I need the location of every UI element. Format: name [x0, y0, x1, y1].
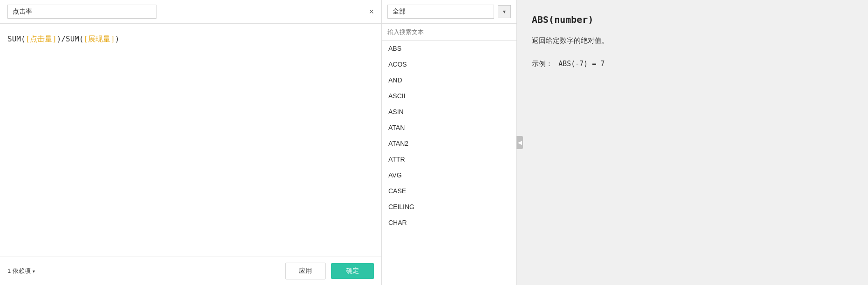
dependency-link[interactable]: 1 依赖项 ▾ [7, 267, 35, 275]
function-item-acos[interactable]: ACOS [382, 56, 516, 72]
function-item-avg[interactable]: AVG [382, 167, 516, 183]
formula-bottom-bar: 1 依赖项 ▾ 应用 确定 [0, 257, 381, 285]
category-input[interactable] [387, 5, 494, 19]
function-item-attr[interactable]: ATTR [382, 151, 516, 167]
chevron-down-icon: ▾ [503, 8, 506, 15]
sum-close-2: ) [115, 34, 120, 43]
category-dropdown-arrow[interactable]: ▾ [498, 5, 511, 18]
formula-title-bar: × [0, 0, 381, 24]
function-item-char[interactable]: CHAR [382, 215, 516, 231]
example-code: ABS(-7) = 7 [558, 60, 604, 68]
function-description: 返回给定数字的绝对值。 [532, 34, 853, 47]
chevron-down-icon: ▾ [33, 269, 35, 274]
sum-open-1: SUM( [7, 34, 26, 43]
function-description-panel: ABS(number) 返回给定数字的绝对值。 示例： ABS(-7) = 7 [517, 0, 868, 285]
function-item-atan[interactable]: ATAN [382, 120, 516, 136]
example-label: 示例： [532, 60, 553, 68]
function-signature: ABS(number) [532, 14, 853, 25]
function-item-ceiling[interactable]: CEILING [382, 199, 516, 215]
function-item-abs[interactable]: ABS [382, 41, 516, 56]
confirm-button[interactable]: 确定 [331, 263, 374, 279]
formula-display: SUM([点击量])/SUM([展现量]) [7, 34, 120, 43]
function-item-asin[interactable]: ASIN [382, 104, 516, 120]
field-clicks: [点击量] [26, 34, 57, 43]
function-item-atan2[interactable]: ATAN2 [382, 136, 516, 151]
formula-editor-panel: × SUM([点击量])/SUM([展现量]) 1 依赖项 ▾ 应用 确定 [0, 0, 382, 285]
function-list-panel: ▾ ABS ACOS AND ASCII ASIN ATAN ATAN2 ATT… [382, 0, 517, 285]
collapse-arrow-icon: ◀ [518, 139, 522, 146]
function-item-ascii[interactable]: ASCII [382, 88, 516, 104]
function-example: 示例： ABS(-7) = 7 [532, 58, 853, 70]
dependency-label: 1 依赖项 [7, 267, 31, 275]
function-item-case[interactable]: CASE [382, 183, 516, 199]
formula-name-input[interactable] [7, 5, 156, 19]
category-selector: ▾ [382, 0, 516, 24]
field-impressions: [展现量] [84, 34, 115, 43]
function-list: ABS ACOS AND ASCII ASIN ATAN ATAN2 ATTR … [382, 41, 516, 285]
apply-button[interactable]: 应用 [285, 263, 326, 279]
close-button[interactable]: × [369, 7, 374, 16]
close-icon: × [369, 7, 374, 16]
function-search-input[interactable] [382, 24, 516, 41]
formula-editor-area[interactable]: SUM([点击量])/SUM([展现量]) [0, 24, 381, 257]
collapse-panel-button[interactable]: ◀ [516, 136, 523, 149]
function-item-and[interactable]: AND [382, 72, 516, 88]
sum-close-open-2: )/SUM( [57, 34, 84, 43]
